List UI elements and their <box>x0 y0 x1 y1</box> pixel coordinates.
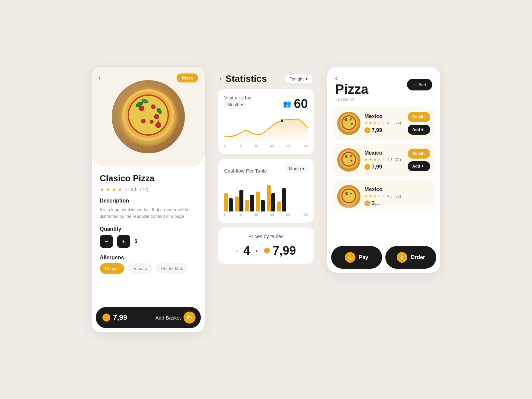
quantity-label: Quantity <box>100 226 197 232</box>
cashflow-chevron-icon: ▾ <box>302 166 305 171</box>
pizza-info-2: Mexico ★ ★ ★ ★ ★ 4,5 (72) 🍕 7,99 <box>364 150 404 170</box>
table-next-button[interactable]: › <box>255 247 257 254</box>
item-reviews-1: (72) <box>394 121 401 125</box>
detail-button-1[interactable]: Detail › <box>408 112 430 122</box>
list-item: Mexico ★ ★ ★ ★ ★ 4,5 (72) 🍕 7,99 <box>332 144 435 176</box>
bar-dark-5 <box>271 193 275 211</box>
period-selector[interactable]: Tonight ▾ <box>285 74 313 83</box>
allergen-tags: Pepper Tomato Potato Mak <box>100 263 197 274</box>
table-price-value: 7,99 <box>273 244 296 258</box>
star-1: ★ <box>100 186 104 193</box>
list-subtitle: 78 resulth <box>335 97 368 102</box>
month-chevron-icon: ▾ <box>241 102 243 107</box>
order-button[interactable]: ✓ Order <box>385 246 436 269</box>
item-price-row-1: 🍕 7,99 <box>364 127 404 133</box>
description-text: It is a long established fact that a rea… <box>100 206 197 219</box>
item-star-2: ★ <box>369 121 372 125</box>
item-star-1: ★ <box>364 121 368 125</box>
cashflow-period-label: Month <box>289 166 301 171</box>
bar-dark-6 <box>282 188 286 211</box>
quantity-plus-button[interactable]: + <box>117 235 130 248</box>
quantity-minus-button[interactable]: − <box>100 235 113 248</box>
item2-star-4: ★ <box>377 157 381 162</box>
item-stars-3: ★ ★ ★ ★ ★ 4,5 (72) <box>364 194 430 199</box>
basket-price: 🍕 7,99 <box>102 313 127 322</box>
pay-button[interactable]: ✋ Pay <box>331 246 382 269</box>
pizza-thumbnail-2 <box>337 148 360 172</box>
cashflow-chart-x-labels: 0 10 30 40 60 100 <box>224 213 308 217</box>
x-label-30: 30 <box>254 144 258 148</box>
item3-star-2: ★ <box>369 194 372 199</box>
item-price-1: 7,99 <box>372 127 382 133</box>
pizza-list: Mexico ★ ★ ★ ★ ★ 4,5 (72) 🍕 7,99 <box>327 107 440 246</box>
stats-back-button[interactable]: ‹ <box>219 75 221 82</box>
svg-point-24 <box>350 119 351 121</box>
table-coin-icon: 🍕 <box>264 248 270 254</box>
star-5: ★ <box>124 186 128 193</box>
item-reviews-2: (72) <box>394 158 401 162</box>
allergen-potato[interactable]: Potato Mak <box>156 263 189 274</box>
bar-dark-4 <box>261 200 265 211</box>
item-rating-1: 4,5 <box>387 121 392 125</box>
bar-gold-3 <box>245 200 249 211</box>
svg-point-17 <box>281 119 284 122</box>
back-button[interactable]: ‹ <box>98 73 101 81</box>
detail-button-2[interactable]: Detail › <box>408 149 430 159</box>
svg-point-25 <box>351 123 353 125</box>
screens-container: ‹ Pizza <box>92 67 440 332</box>
bar-group-5 <box>267 185 275 211</box>
cashflow-header: Cashflow Per Table Month ▾ <box>224 165 308 177</box>
add-button-2[interactable]: Add + <box>408 161 430 171</box>
bar-gold-4 <box>256 192 260 211</box>
item2-star-1: ★ <box>364 157 368 162</box>
sort-button[interactable]: ↑↓ Sort <box>407 79 432 90</box>
item2-star-2: ★ <box>369 157 372 162</box>
star-2: ★ <box>106 186 110 193</box>
pizza-name: Clasico Pizza <box>100 173 197 184</box>
statistics-screen: ‹ Statistics Tonight ▾ Visitor today Mon… <box>213 67 319 270</box>
bar-group-1 <box>224 193 233 211</box>
pizza-list-screen: ‹ Pizza 78 resulth ↑↓ Sort <box>327 67 440 273</box>
bar-dark-3 <box>250 195 254 211</box>
item-price-row-2: 🍕 7,99 <box>364 164 404 170</box>
bar-gold-2 <box>235 197 239 211</box>
star-3: ★ <box>112 186 116 193</box>
list-back-button[interactable]: ‹ <box>335 75 337 81</box>
cf-x-10: 10 <box>238 213 242 217</box>
basket-price-value: 7,99 <box>113 313 127 322</box>
allergen-tomato[interactable]: Tomato <box>128 263 153 274</box>
allergen-pepper[interactable]: Pepper <box>100 263 124 274</box>
cf-x-60: 60 <box>286 213 290 217</box>
quantity-value: 5 <box>134 238 137 244</box>
month-dropdown[interactable]: Month ▾ <box>224 100 246 109</box>
visitor-count-area: 👥 60 <box>283 97 308 111</box>
svg-point-11 <box>150 120 154 124</box>
pizza-review-count: (72) <box>140 187 148 192</box>
x-label-10: 10 <box>238 144 242 148</box>
add-to-basket-bar[interactable]: 🍕 7,99 Add Basket 🛍 <box>96 307 201 328</box>
item-actions-1: Detail › Add + <box>408 112 430 135</box>
bar-group-2 <box>235 190 243 211</box>
add-basket-button[interactable]: Add Basket 🛍 <box>155 312 196 324</box>
period-chevron-icon: ▾ <box>306 76 308 81</box>
cf-x-40: 40 <box>270 213 274 217</box>
description-label: Description <box>100 198 197 204</box>
add-button-1[interactable]: Add + <box>408 125 430 135</box>
svg-point-31 <box>342 153 355 166</box>
pizza-category-badge: Pizza <box>177 73 198 82</box>
prices-title: Prices by tables <box>225 233 307 239</box>
item-stars-2: ★ ★ ★ ★ ★ 4,5 (72) <box>364 157 404 162</box>
pay-icon: ✋ <box>345 252 355 263</box>
cashflow-period-dropdown[interactable]: Month ▾ <box>286 165 308 173</box>
month-label: Month <box>227 102 239 107</box>
cashflow-card: Cashflow Per Table Month ▾ <box>218 159 314 223</box>
pizza-rating-row: ★ ★ ★ ★ ★ 4,5 (72) <box>100 186 197 193</box>
table-prev-button[interactable]: ‹ <box>236 247 238 254</box>
pizza-info-1: Mexico ★ ★ ★ ★ ★ 4,5 (72) 🍕 7,99 <box>364 113 404 133</box>
header-left: ‹ Pizza 78 resulth <box>335 75 368 102</box>
item-rating-3: 4,5 <box>387 194 392 198</box>
star-4: ★ <box>118 186 122 193</box>
visitor-label: Visitor today <box>224 95 251 100</box>
item-actions-2: Detail › Add + <box>408 149 430 171</box>
item3-star-3: ★ <box>373 194 377 199</box>
